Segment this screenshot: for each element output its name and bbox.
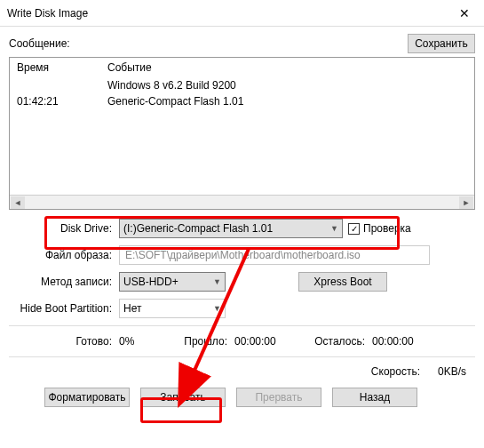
- image-path-value: E:\SOFT\драйвери\Motherboard\motherboard…: [125, 249, 361, 261]
- write-button[interactable]: Записать: [140, 388, 226, 407]
- message-row: Сообщение: Сохранить: [9, 34, 475, 53]
- method-label: Метод записи:: [9, 276, 119, 288]
- hide-row: Hide Boot Partition: Нет ▼: [9, 297, 475, 320]
- verify-label: Проверка: [363, 222, 411, 235]
- remain-label: Осталось:: [305, 335, 372, 348]
- method-select[interactable]: USB-HDD+ ▼: [119, 272, 226, 292]
- drive-value: (I:)Generic-Compact Flash 1.01: [123, 222, 273, 235]
- divider: [9, 325, 475, 326]
- method-row: Метод записи: USB-HDD+ ▼ Xpress Boot: [9, 270, 475, 293]
- speed-row: Скорость: 0KB/s: [9, 363, 475, 380]
- chevron-down-icon: ▼: [213, 304, 221, 313]
- image-label: Файл образа:: [9, 249, 119, 261]
- speed-label: Скорость:: [371, 365, 420, 378]
- speed-value: 0KB/s: [438, 365, 466, 378]
- scroll-right-icon[interactable]: ►: [459, 196, 473, 209]
- checkbox-icon: ✓: [348, 223, 360, 235]
- log-time: [17, 79, 107, 92]
- drive-label: Disk Drive:: [9, 222, 119, 235]
- drive-row: Disk Drive: (I:)Generic-Compact Flash 1.…: [9, 217, 475, 240]
- status-row: Готово: 0% Прошло: 00:00:00 Осталось: 00…: [9, 332, 475, 351]
- image-path-input[interactable]: E:\SOFT\драйвери\Motherboard\motherboard…: [119, 245, 430, 265]
- abort-button[interactable]: Прервать: [236, 388, 321, 407]
- hide-value: Нет: [123, 302, 141, 315]
- button-row: Форматировать Записать Прервать Назад: [9, 388, 475, 407]
- save-button[interactable]: Сохранить: [408, 34, 475, 53]
- log-time: 01:42:21: [17, 95, 107, 108]
- ready-value: 0%: [119, 335, 181, 348]
- scroll-left-icon[interactable]: ◄: [11, 196, 25, 209]
- drive-select[interactable]: (I:)Generic-Compact Flash 1.01 ▼: [119, 219, 343, 238]
- verify-checkbox[interactable]: ✓ Проверка: [348, 222, 411, 235]
- window-title: Write Disk Image: [7, 7, 88, 20]
- xpress-boot-button[interactable]: Xpress Boot: [298, 272, 387, 292]
- hide-label: Hide Boot Partition:: [9, 302, 119, 315]
- log-header-time: Время: [17, 61, 107, 74]
- log-row: Windows 8 v6.2 Build 9200: [10, 77, 474, 93]
- chevron-down-icon: ▼: [213, 277, 221, 286]
- remain-value: 00:00:00: [372, 335, 475, 348]
- client-area: Сообщение: Сохранить Время Событие Windo…: [0, 27, 484, 414]
- horizontal-scrollbar[interactable]: ◄ ►: [10, 195, 474, 209]
- elapsed-label: Прошло:: [181, 335, 234, 348]
- close-button[interactable]: ✕: [444, 0, 484, 27]
- message-label: Сообщение:: [9, 37, 70, 50]
- image-row: Файл образа: E:\SOFT\драйвери\Motherboar…: [9, 244, 475, 267]
- title-bar: Write Disk Image ✕: [0, 0, 484, 27]
- ready-label: Готово:: [9, 335, 119, 348]
- method-value: USB-HDD+: [123, 276, 179, 288]
- log-header: Время Событие: [10, 58, 474, 77]
- log-box: Время Событие Windows 8 v6.2 Build 9200 …: [9, 57, 475, 210]
- log-event: Windows 8 v6.2 Build 9200: [107, 79, 467, 92]
- log-row: 01:42:21 Generic-Compact Flash 1.01: [10, 93, 474, 109]
- elapsed-value: 00:00:00: [234, 335, 305, 348]
- divider: [9, 356, 475, 357]
- log-event: Generic-Compact Flash 1.01: [107, 95, 467, 108]
- hide-select[interactable]: Нет ▼: [119, 299, 226, 318]
- format-button[interactable]: Форматировать: [44, 388, 130, 407]
- log-header-event: Событие: [107, 61, 467, 74]
- chevron-down-icon: ▼: [330, 224, 338, 233]
- back-button[interactable]: Назад: [332, 388, 417, 407]
